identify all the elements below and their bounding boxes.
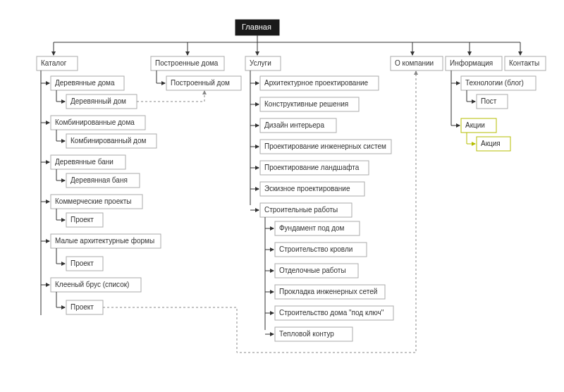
svg-text:Построенный дом: Построенный дом <box>171 79 230 87</box>
svg-text:О компании: О компании <box>395 59 434 67</box>
svg-text:Информация: Информация <box>450 59 493 67</box>
svg-text:Конструктивные решения: Конструктивные решения <box>264 100 348 108</box>
svg-text:Услуги: Услуги <box>250 59 271 67</box>
svg-text:Деревянный дом: Деревянный дом <box>70 97 126 105</box>
svg-text:Малые архитектурные формы: Малые архитектурные формы <box>55 237 154 245</box>
svg-text:Прокладка инженерных сетей: Прокладка инженерных сетей <box>279 288 377 295</box>
svg-text:Клееный брус (список): Клееный брус (список) <box>55 281 129 288</box>
svg-text:Комбинированный дом: Комбинированный дом <box>70 137 146 145</box>
svg-text:Контакты: Контакты <box>509 59 539 67</box>
svg-text:Акции: Акции <box>465 121 485 129</box>
crosslink-built <box>137 91 204 102</box>
svg-text:Отделочные работы: Отделочные работы <box>279 267 346 274</box>
svg-text:Коммерческие проекты: Коммерческие проекты <box>55 197 131 205</box>
svg-text:Построенные дома: Построенные дома <box>155 59 219 67</box>
svg-text:Проект: Проект <box>70 303 94 311</box>
svg-text:Строительство дома "под ключ": Строительство дома "под ключ" <box>279 309 384 317</box>
sitemap-diagram: Главная Каталог Построенные дома Услуги … <box>0 0 564 392</box>
svg-text:Тепловой контур: Тепловой контур <box>279 330 334 338</box>
svg-text:Архитектурное проектирование: Архитектурное проектирование <box>264 79 369 87</box>
svg-text:Пост: Пост <box>481 97 497 105</box>
svg-text:Фундамент под дом: Фундамент под дом <box>279 224 345 232</box>
svg-text:Каталог: Каталог <box>41 59 67 67</box>
svg-text:Строительные работы: Строительные работы <box>264 206 338 214</box>
svg-text:Акция: Акция <box>481 140 501 147</box>
svg-text:Проект: Проект <box>70 259 94 267</box>
svg-text:Проектирование ландшафта: Проектирование ландшафта <box>264 164 360 171</box>
svg-text:Дизайн интерьера: Дизайн интерьера <box>264 121 324 129</box>
node-root-label: Главная <box>242 23 271 31</box>
svg-text:Деревянные дома: Деревянные дома <box>55 79 115 87</box>
svg-text:Эскизное проектирование: Эскизное проектирование <box>264 185 350 192</box>
svg-text:Проект: Проект <box>70 216 94 223</box>
svg-text:Деревянная баня: Деревянная баня <box>70 176 128 184</box>
svg-text:Проектирование инженерных сист: Проектирование инженерных систем <box>264 142 386 150</box>
svg-text:Строительство кровли: Строительство кровли <box>279 245 352 253</box>
svg-text:Деревянные бани: Деревянные бани <box>55 158 114 166</box>
svg-text:Технологии (блог): Технологии (блог) <box>465 79 524 87</box>
svg-text:Комбинированные дома: Комбинированные дома <box>55 118 135 126</box>
